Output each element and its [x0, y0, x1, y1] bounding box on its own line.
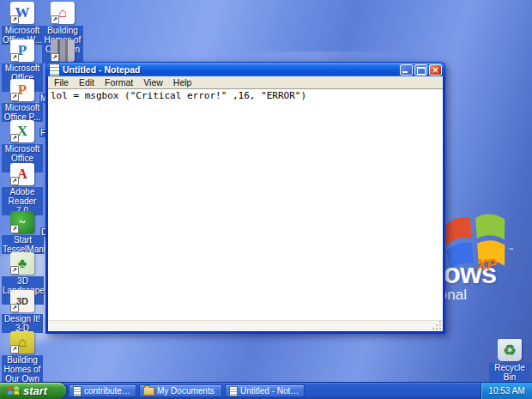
excel-icon: X: [10, 120, 34, 142]
menu-bar: File Edit Format View Help: [48, 76, 443, 88]
start-flag-icon: [7, 385, 20, 396]
dragon-icon: ~: [10, 211, 34, 233]
resize-grip[interactable]: [432, 321, 443, 331]
taskbar: start contribute : new instr... My Docum…: [0, 382, 532, 399]
design-3d-icon: 3D: [10, 290, 34, 312]
icon-label: Recycle Bin: [489, 363, 530, 382]
start-label: start: [23, 384, 47, 397]
desktop-icon-design-it-3d[interactable]: 3D Design It! 3-D: [2, 290, 43, 335]
close-button[interactable]: ×: [429, 64, 442, 76]
desktop-icon-city[interactable]: [42, 39, 83, 62]
icon-label: Start TesselMania!: [2, 235, 44, 254]
notepad-window: Untitled - Notepad × File Edit Format Vi…: [45, 62, 445, 334]
menu-format[interactable]: Format: [100, 76, 138, 88]
minimize-button[interactable]: [400, 64, 413, 76]
desktop-icon-recycle-bin[interactable]: ♻ Recycle Bin: [489, 339, 530, 384]
taskbar-button-my-documents[interactable]: My Documents: [139, 384, 222, 397]
menu-view[interactable]: View: [138, 76, 168, 88]
taskbar-button-notepad[interactable]: Untitled - Notepad: [225, 384, 305, 397]
document-icon: [73, 386, 82, 396]
menu-help[interactable]: Help: [168, 76, 197, 88]
watermark-trademark: ™: [508, 247, 513, 252]
icon-label: Design It! 3-D: [2, 314, 43, 333]
house-icon: ⌂: [51, 2, 75, 24]
notepad-icon: [49, 63, 60, 76]
icon-label: Microsoft Office P...: [2, 103, 43, 122]
menu-file[interactable]: File: [49, 76, 74, 88]
window-title: Untitled - Notepad: [63, 64, 400, 75]
system-tray[interactable]: 10:53 AM: [481, 383, 532, 399]
titlebar[interactable]: Untitled - Notepad ×: [45, 62, 445, 76]
word-icon: W: [10, 2, 34, 24]
menu-edit[interactable]: Edit: [74, 76, 100, 88]
desktop-icon-adobe-reader[interactable]: A Adobe Reader 7.0: [2, 163, 43, 217]
desktop-icon-building-homes[interactable]: ⌂ Building Homes of Our Own: [2, 331, 43, 385]
publisher-icon: P: [10, 39, 34, 62]
start-button[interactable]: start: [0, 383, 66, 399]
window-frame: File Edit Format View Help lol = msgbox …: [45, 76, 445, 334]
desktop-icon-tesselmania[interactable]: ~ Start TesselMania!: [2, 211, 43, 256]
folder-icon: [143, 387, 154, 396]
horizontal-scrollbar[interactable]: [48, 320, 443, 331]
adobe-reader-icon: A: [10, 163, 34, 185]
watermark-xp-text: XP: [477, 257, 497, 274]
powerpoint-icon: P: [10, 79, 34, 101]
leaf-icon: ♣: [10, 252, 34, 275]
city-buildings-icon: [51, 39, 75, 62]
taskbar-button-contribute[interactable]: contribute : new instr...: [69, 384, 136, 397]
notepad-text: lol = msgbox ("Critical error!" ,16, "ER…: [48, 89, 443, 102]
clock[interactable]: 10:53 AM: [488, 386, 524, 396]
notepad-icon: [229, 386, 238, 396]
icon-label: Building Homes of Our Own: [2, 355, 43, 384]
recycle-bin-icon: ♻: [498, 339, 522, 361]
text-area[interactable]: lol = msgbox ("Critical error!" ,16, "ER…: [48, 88, 443, 331]
desktop-icon-powerpoint[interactable]: P Microsoft Office P...: [2, 79, 43, 124]
maximize-button[interactable]: [414, 64, 427, 76]
house-icon: ⌂: [10, 331, 34, 354]
